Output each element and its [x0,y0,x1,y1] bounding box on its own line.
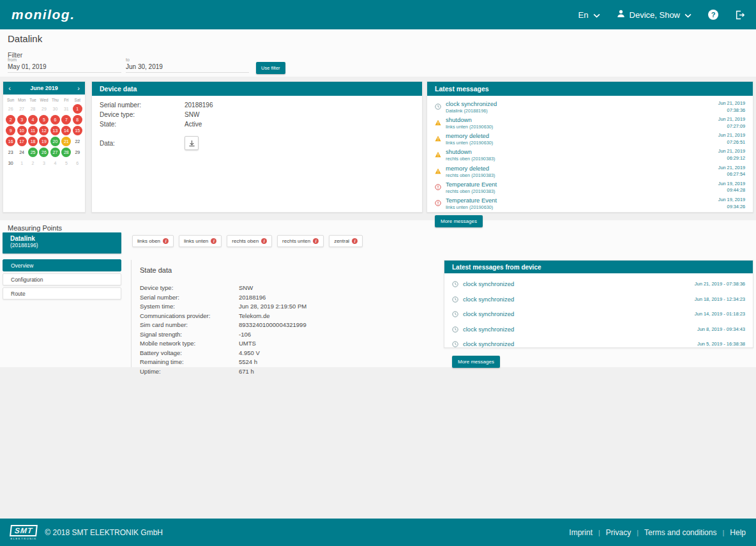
calendar-day[interactable]: 14 [61,126,71,135]
message-source: rechts oben (20190383) [446,172,495,178]
message-item[interactable]: Temperature Eventlinks unten (20190630)J… [435,197,745,210]
to-date-input[interactable] [126,63,249,73]
field-label: Signal strength: [140,331,239,338]
calendar-day: 28 [28,104,38,114]
field-value: UMTS [239,340,256,347]
calendar-day[interactable]: 4 [28,115,38,125]
calendar-day[interactable]: 24 [17,148,27,157]
message-item[interactable]: shutdownrechts oben (20190383)Jun 21, 20… [435,148,745,162]
calendar-day[interactable]: 5 [39,115,49,125]
state-data-row: Mobile network type:UMTS [140,340,437,347]
calendar-day[interactable]: 10 [17,126,27,135]
download-button[interactable] [185,136,199,150]
device-data-rows: Serial number:20188196Device type:SNWSta… [92,96,422,136]
calendar-day[interactable]: 12 [39,126,49,135]
page-title: Datalink [8,33,42,44]
state-data-title: State data [140,266,437,274]
calendar-day[interactable]: 15 [73,126,82,135]
footer-link-imprint[interactable]: Imprint [569,528,593,537]
from-label: from [8,57,121,62]
tab-rechts-unten[interactable]: rechts unteni [277,235,324,247]
sidebar-item-datalink[interactable]: Datalink (20188196) [3,232,121,254]
tab-label: zentral [334,238,349,244]
more-device-messages-button[interactable]: More messages [452,356,500,368]
message-timestamp: Jun 8, 2019 - 09:34:43 [697,326,745,332]
app-header: monilog. En Device, Show ? [0,0,756,29]
info-badge-icon: i [211,238,216,244]
logout-icon[interactable] [735,10,745,20]
help-icon[interactable]: ? [708,10,718,20]
calendar-weekday: Fri [61,98,72,102]
language-label: En [578,10,589,20]
calendar-day[interactable]: 16 [6,137,15,146]
message-date: Jun 19, 2019 [718,181,745,188]
message-item[interactable]: shutdownlinks unten (20190630)Jun 21, 20… [435,116,745,130]
message-title: shutdown [446,148,495,155]
measuring-points-nav: OverviewConfigurationRoute [3,259,121,301]
tab-zentral[interactable]: zentrali [329,235,363,247]
calendar-day[interactable]: 28 [61,148,71,157]
message-item[interactable]: memory deletedlinks unten (20190630)Jun … [435,132,745,146]
footer-link-privacy[interactable]: Privacy [606,528,631,537]
calendar-day: 30 [50,104,60,114]
calendar-day[interactable]: 22 [73,137,82,146]
calendar-day[interactable]: 17 [17,137,27,146]
tab-rechts-oben[interactable]: rechts obeni [227,235,272,247]
calendar-day[interactable]: 20 [50,137,60,146]
sidebar-item-configuration[interactable]: Configuration [3,273,121,285]
calendar-day[interactable]: 29 [73,148,82,157]
from-date-input[interactable] [8,63,121,73]
message-time: 09:34:26 [718,204,745,211]
more-messages-button[interactable]: More messages [435,215,483,227]
field-value: -106 [239,331,251,338]
device-message-item[interactable]: clock synchronizedJun 14, 2019 - 01:18:2… [452,308,745,320]
calendar-day[interactable]: 13 [50,126,60,135]
calendar-prev-icon[interactable]: ‹ [3,82,16,95]
tab-links-unten[interactable]: links unteni [179,235,222,247]
user-dropdown[interactable]: Device, Show [617,10,692,20]
field-label: Uptime: [140,368,239,375]
state-data-row: Device type:SNW [140,284,437,291]
message-time: 09:44:28 [718,187,745,194]
footer-link-terms-and-conditions[interactable]: Terms and conditions [644,528,716,537]
calendar-day[interactable]: 25 [28,148,38,157]
calendar-day[interactable]: 21 [61,137,71,146]
device-message-item[interactable]: clock synchronizedJun 5, 2019 - 16:38:38 [452,338,745,350]
use-filter-button[interactable]: Use filter [256,62,285,74]
calendar-day[interactable]: 11 [28,126,38,135]
message-date: Jun 21, 2019 [718,132,745,139]
device-serial: (20188196) [10,242,114,248]
message-text: memory deletedlinks unten (20190630) [446,132,493,146]
message-title: clock synchronized [446,100,497,107]
calendar-day[interactable]: 6 [50,115,60,125]
calendar-day[interactable]: 23 [6,148,15,157]
message-text: shutdownlinks unten (20190630) [446,116,493,130]
calendar-day[interactable]: 7 [61,115,71,125]
footer-link-help[interactable]: Help [730,528,746,537]
field-label: State: [100,121,185,128]
monilog-logo[interactable]: monilog. [11,7,75,22]
device-message-item[interactable]: clock synchronizedJun 8, 2019 - 09:34:43 [452,323,745,335]
message-item[interactable]: clock synchronizedDatalink (20188196)Jun… [435,100,745,114]
device-message-item[interactable]: clock synchronizedJun 21, 2019 - 07:38:3… [452,278,745,290]
sidebar-item-overview[interactable]: Overview [3,259,121,271]
calendar-day[interactable]: 18 [28,137,38,146]
message-title: clock synchronized [463,296,514,303]
sidebar-item-route[interactable]: Route [3,287,121,300]
tab-links-oben[interactable]: links obeni [132,235,174,247]
message-item[interactable]: memory deletedrechts oben (20190383)Jun … [435,165,745,178]
calendar-day[interactable]: 9 [6,126,15,135]
calendar-day[interactable]: 30 [6,158,15,168]
calendar-day[interactable]: 1 [73,104,82,114]
calendar-day[interactable]: 27 [50,148,60,157]
calendar-day[interactable]: 8 [73,115,82,125]
calendar-day[interactable]: 19 [39,137,49,146]
calendar-day[interactable]: 2 [6,115,15,125]
message-item[interactable]: Temperature Eventrechts oben (20190383)J… [435,181,745,194]
field-value: 20188196 [239,294,266,301]
calendar-day[interactable]: 26 [39,148,49,157]
device-message-item[interactable]: clock synchronizedJun 18, 2019 - 12:34:2… [452,293,745,305]
calendar-day[interactable]: 3 [17,115,27,125]
language-dropdown[interactable]: En [578,10,600,20]
calendar-next-icon[interactable]: › [72,82,85,95]
